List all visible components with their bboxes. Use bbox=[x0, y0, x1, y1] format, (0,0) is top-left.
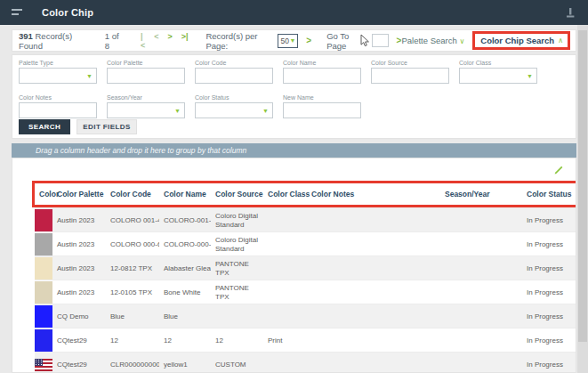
search-panel: Palette Type▼Color PaletteColor CodeColo… bbox=[12, 54, 576, 139]
results-toolbar: 391 Record(s) Found 1 of 8 |< < > >| Rec… bbox=[12, 29, 576, 52]
download-icon[interactable] bbox=[564, 7, 576, 19]
chevron-down-icon: ▼ bbox=[262, 108, 269, 114]
search-button[interactable]: SEARCH bbox=[19, 119, 70, 134]
records-found: 391 Record(s) Found bbox=[19, 31, 90, 51]
per-page-label: Record(s) per Page: bbox=[205, 31, 273, 51]
first-page-icon[interactable]: |< bbox=[141, 32, 145, 50]
cell-source: Coloro Digital Standard bbox=[211, 236, 263, 254]
cell-palette: Austin 2023 bbox=[52, 240, 106, 249]
go-to-page-label: Go To Page bbox=[326, 31, 366, 51]
color-swatch bbox=[35, 233, 52, 255]
chevron-down-icon: ▼ bbox=[289, 37, 295, 44]
table-body: Austin 2023COLORO 001-43-34COLORO-001-43… bbox=[35, 207, 576, 373]
table-row[interactable]: CQtest29121212PrintIn Progress bbox=[35, 328, 576, 352]
table-header-row: ColorColor PaletteColor CodeColor NameCo… bbox=[35, 183, 576, 204]
table-row[interactable]: Austin 2023COLORO 001-43-34COLORO-001-43… bbox=[35, 207, 576, 231]
field-input[interactable] bbox=[195, 68, 273, 84]
app-header: Color Chip bbox=[0, 0, 588, 25]
palette-search-label: Palette Search bbox=[401, 36, 456, 45]
search-field-color-status: Color Status▼ bbox=[195, 94, 273, 118]
cell-name: Alabaster Gleam bbox=[159, 264, 211, 273]
field-label: Color Name bbox=[283, 60, 361, 66]
cell-palette: Austin 2023 bbox=[52, 216, 106, 225]
page-indicator: 1 of 8 bbox=[105, 31, 124, 51]
next-page-icon[interactable]: > bbox=[167, 32, 172, 50]
pagination-controls: |< < > >| bbox=[141, 32, 189, 50]
column-header-color-source[interactable]: Color Source bbox=[211, 183, 263, 204]
field-input[interactable] bbox=[283, 68, 361, 84]
cell-status: In Progress bbox=[522, 288, 576, 297]
table-row[interactable]: Austin 202312-0812 TPXAlabaster GleamPAN… bbox=[35, 255, 576, 280]
table-row[interactable]: CQtest29CLR0000000009yellow1CUSTOMIn Pro… bbox=[35, 352, 576, 373]
column-header-color-code[interactable]: Color Code bbox=[106, 183, 159, 204]
column-header-color-palette[interactable]: Color Palette bbox=[52, 183, 106, 204]
field-select[interactable]: ▼ bbox=[107, 102, 185, 118]
group-by-hint: Drag a column header and drop it here to… bbox=[36, 146, 246, 155]
column-header-season-year[interactable]: Season/Year bbox=[440, 183, 522, 204]
last-page-icon[interactable]: >| bbox=[181, 32, 189, 50]
search-field-color-source: Color Source bbox=[371, 60, 449, 84]
vertical-scrollbar[interactable] bbox=[577, 25, 588, 373]
field-label: Color Notes bbox=[19, 94, 97, 101]
search-field-palette-type: Palette Type▼ bbox=[19, 60, 97, 84]
column-header-color-notes[interactable]: Color Notes bbox=[307, 183, 440, 204]
chevron-down-icon: ∨ bbox=[459, 37, 464, 45]
field-input[interactable] bbox=[371, 68, 449, 84]
chevron-down-icon: ▼ bbox=[527, 73, 533, 79]
cell-code: COLORO 000-64-00 bbox=[106, 240, 159, 249]
per-page-value: 50 bbox=[280, 36, 288, 45]
field-select[interactable]: ▼ bbox=[195, 102, 273, 118]
field-select[interactable]: ▼ bbox=[459, 68, 537, 84]
cell-code: COLORO 001-43-34 bbox=[106, 216, 159, 225]
cell-code: CLR0000000009 bbox=[106, 361, 159, 369]
search-field-color-palette: Color Palette bbox=[107, 60, 185, 84]
column-header-color-class[interactable]: Color Class bbox=[263, 183, 307, 204]
prev-page-icon[interactable]: < bbox=[154, 32, 158, 50]
cell-code: 12-0812 TPX bbox=[106, 264, 159, 273]
column-header-color-status[interactable]: Color Status bbox=[522, 183, 576, 204]
edit-pencil-icon[interactable] bbox=[552, 164, 564, 175]
search-field-color-class: Color Class▼ bbox=[459, 60, 537, 84]
cell-palette: CQtest29 bbox=[52, 337, 106, 345]
cell-status: In Progress bbox=[522, 240, 576, 249]
cell-status: In Progress bbox=[522, 216, 576, 225]
cell-palette: CQtest29 bbox=[52, 361, 106, 369]
field-label: Palette Type bbox=[19, 60, 97, 66]
records-count: 391 bbox=[19, 31, 33, 41]
go-to-page-input[interactable] bbox=[372, 34, 389, 47]
field-label: Color Status bbox=[195, 94, 273, 101]
per-page-go-icon[interactable]: > bbox=[306, 36, 311, 45]
color-swatch-cell bbox=[35, 304, 52, 328]
cell-source: PANTONE TPX bbox=[211, 260, 263, 278]
color-swatch bbox=[35, 281, 52, 304]
column-header-color[interactable]: Color bbox=[35, 183, 52, 204]
us-flag-swatch bbox=[35, 359, 52, 371]
field-label: Color Palette bbox=[107, 60, 185, 66]
field-input[interactable] bbox=[107, 68, 185, 84]
cell-name: 12 bbox=[159, 337, 211, 345]
color-swatch-cell bbox=[35, 328, 52, 353]
color-chip-search-toggle-annotated[interactable]: Color Chip Search ∧ bbox=[472, 31, 570, 50]
cell-class: Print bbox=[263, 337, 307, 345]
cell-name: yellow1 bbox=[159, 361, 211, 369]
table-row[interactable]: Austin 2023COLORO 000-64-00COLORO-000-64… bbox=[35, 231, 576, 255]
field-select[interactable]: ▼ bbox=[19, 68, 97, 84]
scrollbar-thumb[interactable] bbox=[578, 30, 587, 342]
palette-search-toggle[interactable]: Palette Search ∨ bbox=[401, 36, 464, 45]
cell-code: 12 bbox=[106, 337, 159, 345]
cell-source: CUSTOM bbox=[211, 361, 263, 369]
flag-canton bbox=[35, 359, 43, 366]
column-header-color-name[interactable]: Color Name bbox=[159, 183, 211, 204]
table-row[interactable]: CQ DemoBlueBlueIn Progress bbox=[35, 304, 576, 328]
group-by-dropzone[interactable]: Drag a column header and drop it here to… bbox=[12, 143, 576, 158]
chevron-up-icon: ∧ bbox=[558, 36, 563, 45]
field-input[interactable] bbox=[283, 102, 361, 118]
table-row[interactable]: Austin 202312-0105 TPXBone WhitePANTONE … bbox=[35, 280, 576, 304]
menu-icon[interactable] bbox=[12, 9, 23, 16]
cell-status: In Progress bbox=[522, 361, 576, 369]
cell-source: 12 bbox=[211, 337, 263, 345]
edit-fields-button[interactable]: EDIT FIELDS bbox=[77, 119, 137, 134]
cell-name: Bone White bbox=[159, 288, 211, 297]
field-input[interactable] bbox=[19, 102, 97, 118]
per-page-select[interactable]: 50 ▼ bbox=[278, 34, 298, 48]
